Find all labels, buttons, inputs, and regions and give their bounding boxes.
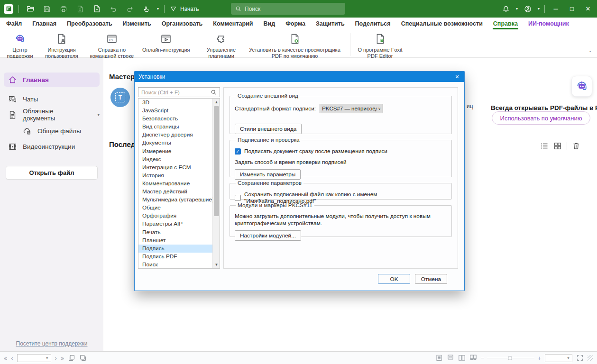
page-number-combobox[interactable]: ▼	[17, 354, 51, 362]
menu-share[interactable]: Поделиться	[350, 18, 396, 30]
notifications-bell-icon[interactable]	[500, 3, 512, 15]
sidebar-item-home[interactable]: Главная	[4, 73, 100, 87]
sign-immediately-checkbox[interactable]: ✓	[235, 148, 241, 155]
fit-screen-icon[interactable]	[576, 354, 584, 362]
account-caret[interactable]: ▾	[538, 7, 540, 11]
category-item[interactable]: Поиск	[138, 261, 213, 269]
zoom-slider-track[interactable]	[487, 358, 534, 358]
cancel-button[interactable]: Отмена	[415, 274, 447, 284]
open-file-icon[interactable]	[24, 3, 37, 15]
ok-button[interactable]: OK	[378, 274, 410, 284]
sidebar-item-chats[interactable]: Чаты	[4, 92, 100, 106]
minimize-button[interactable]: ─	[550, 3, 562, 15]
category-item[interactable]: Планшет	[138, 237, 213, 245]
scroll-down-icon[interactable]: ▼	[213, 261, 220, 268]
dialog-search-input[interactable]: Поиск (Ctrl + F)	[138, 87, 220, 97]
support-center-button[interactable]: Центр поддержки	[3, 32, 37, 60]
user-guide-button[interactable]: Инструкция пользователя	[39, 32, 84, 60]
set-default-viewer-button[interactable]: Установить в качестве просмотрщика PDF п…	[244, 32, 346, 60]
category-item[interactable]: Вид страницы	[138, 123, 213, 131]
category-item[interactable]: Индекс	[138, 155, 213, 164]
list-scrollbar[interactable]: ▲ ▼	[212, 99, 220, 268]
dialog-titlebar[interactable]: Установки ✕	[135, 72, 464, 82]
grid-view-icon[interactable]	[553, 142, 562, 150]
menu-accessibility[interactable]: Специальные возможности	[396, 18, 488, 30]
category-item[interactable]: 3D	[138, 99, 213, 107]
zoom-level-combobox[interactable]: ▼	[545, 354, 572, 362]
previous-page-button[interactable]: ‹	[11, 355, 13, 362]
zoom-slider[interactable]: − +	[481, 355, 541, 362]
continuous-view-icon[interactable]	[447, 354, 454, 362]
category-item[interactable]: Документы	[138, 139, 213, 147]
menu-protect[interactable]: Защитить	[311, 18, 350, 30]
menu-organize[interactable]: Организовать	[156, 18, 208, 30]
chevron-down-icon[interactable]: ▾	[97, 112, 100, 117]
maximize-button[interactable]: □	[566, 3, 578, 15]
menu-view[interactable]: Вид	[258, 18, 280, 30]
menu-comment[interactable]: Комментарий	[208, 18, 258, 30]
category-item[interactable]: Интеграция с ECM	[138, 164, 213, 172]
use-as-default-button[interactable]: Использовать по умолчанию	[492, 111, 590, 125]
category-item[interactable]: JavaScript	[138, 107, 213, 115]
manage-plugins-button[interactable]: Управление плагинами	[201, 32, 242, 60]
notifications-caret[interactable]: ▾	[516, 7, 518, 11]
facing-continuous-view-icon[interactable]	[469, 354, 477, 362]
module-settings-button[interactable]: Настройки модулей...	[235, 230, 301, 241]
save-icon[interactable]	[41, 3, 53, 15]
menu-convert[interactable]: Преобразовать	[62, 18, 117, 30]
menu-home[interactable]: Главная	[27, 18, 62, 30]
command-line-help-button[interactable]: C:\ Справка по командной строке	[86, 32, 138, 60]
start-button[interactable]: Начать	[170, 5, 199, 12]
hand-tool-icon[interactable]	[140, 3, 153, 15]
category-item[interactable]: Комментирование	[138, 180, 213, 188]
sidebar-item-video-tutorials[interactable]: Видеоинструкции	[4, 139, 100, 154]
scroll-up-icon[interactable]: ▲	[213, 99, 220, 106]
category-item[interactable]: Диспетчер доверия	[138, 131, 213, 139]
category-item[interactable]: Безопасность	[138, 115, 213, 123]
last-page-button[interactable]: »	[61, 355, 64, 362]
menu-ai-assistant[interactable]: ИИ-помощник	[523, 18, 574, 30]
scrollbar-thumb[interactable]	[214, 106, 219, 216]
category-item[interactable]: Мастер действий	[138, 188, 213, 196]
dialog-close-icon[interactable]: ✕	[450, 72, 464, 82]
sidebar-item-shared-files[interactable]: Общие файлы	[4, 124, 100, 138]
account-icon[interactable]	[522, 3, 534, 15]
next-view-icon[interactable]	[79, 354, 87, 362]
global-search-input[interactable]: Поиск	[231, 3, 345, 15]
category-item[interactable]: Общие	[138, 204, 213, 212]
category-item[interactable]: Печать	[138, 228, 213, 237]
document-icon[interactable]	[74, 3, 86, 15]
zoom-in-icon[interactable]: +	[537, 355, 541, 362]
close-button[interactable]: ✕	[582, 3, 594, 15]
category-item[interactable]: Орфография	[138, 212, 213, 220]
previous-view-icon[interactable]	[68, 354, 75, 362]
zoom-out-icon[interactable]: −	[481, 355, 485, 362]
ribbon-collapse-chevron[interactable]: ⌃	[588, 50, 592, 55]
ai-assistant-card[interactable]	[571, 76, 592, 97]
single-page-view-icon[interactable]	[435, 354, 443, 362]
undo-icon[interactable]	[107, 3, 119, 15]
support-center-link[interactable]: Посетите центр поддержки	[0, 340, 103, 347]
first-page-button[interactable]: «	[4, 355, 7, 362]
online-tutorial-button[interactable]: Онлайн-инструкция	[139, 32, 193, 55]
redo-icon[interactable]	[124, 3, 136, 15]
resize-grip[interactable]	[588, 355, 593, 361]
menu-edit[interactable]: Изменить	[118, 18, 156, 30]
category-item[interactable]: Измерение	[138, 147, 213, 155]
change-settings-button[interactable]: Изменить параметры	[235, 169, 301, 180]
category-item[interactable]: История	[138, 172, 213, 180]
trash-icon[interactable]	[572, 142, 580, 150]
new-document-icon[interactable]	[91, 3, 103, 15]
menu-file[interactable]: Файл	[1, 18, 27, 30]
facing-view-icon[interactable]	[458, 354, 466, 362]
save-copy-checkbox[interactable]	[235, 195, 241, 201]
open-file-button[interactable]: Открыть файл	[6, 166, 98, 180]
text-tool-badge[interactable]: T	[110, 88, 130, 107]
category-item-selected[interactable]: Подпись	[138, 245, 213, 253]
signature-format-select[interactable]: PKCS#7 — неприсоедине ∨	[320, 104, 383, 113]
category-item[interactable]: Параметры AIP	[138, 220, 213, 228]
menu-form[interactable]: Форма	[280, 18, 311, 30]
print-icon[interactable]	[57, 3, 70, 15]
category-item[interactable]: Подпись PDF	[138, 253, 213, 261]
hand-tool-dropdown-caret[interactable]: ▾	[157, 7, 159, 11]
